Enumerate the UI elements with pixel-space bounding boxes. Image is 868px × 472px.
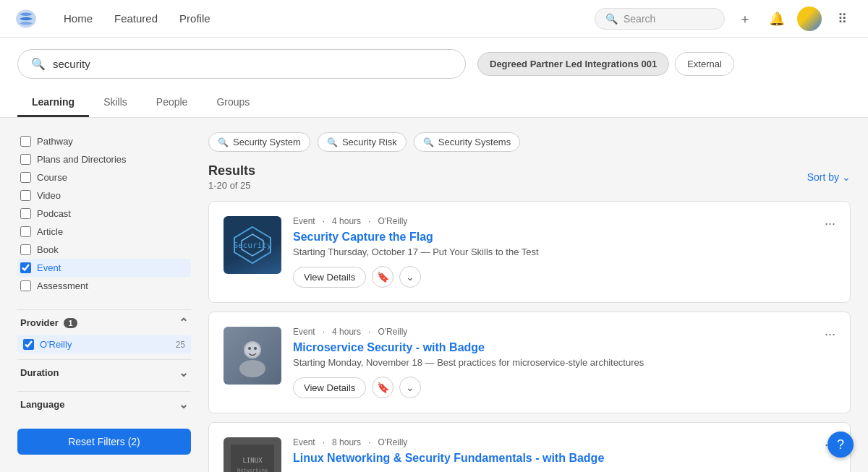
filter-podcast-label: Podcast bbox=[37, 208, 71, 219]
provider-section-header[interactable]: Provider 1 bbox=[17, 309, 191, 335]
search-input[interactable] bbox=[53, 58, 452, 70]
filter-pathway-label: Pathway bbox=[37, 136, 73, 147]
filter-pathway-checkbox[interactable] bbox=[20, 136, 31, 147]
bookmark-button-1[interactable]: 🔖 bbox=[372, 266, 393, 288]
sort-by-chevron-icon: ⌄ bbox=[842, 171, 851, 183]
filter-plans-label: Plans and Directories bbox=[37, 154, 127, 165]
tab-skills[interactable]: Skills bbox=[89, 89, 142, 117]
filter-event[interactable]: Event bbox=[17, 259, 191, 277]
duration-section-header[interactable]: Duration bbox=[17, 359, 191, 385]
tab-people[interactable]: People bbox=[142, 89, 203, 117]
filter-pathway[interactable]: Pathway bbox=[17, 132, 191, 150]
tag-search-icon-1: 🔍 bbox=[218, 137, 229, 147]
card-duration-3: 8 hours bbox=[332, 437, 361, 447]
top-navigation: Home Featured Profile 🔍 Search ＋ 🔔 ⠿ bbox=[0, 0, 868, 38]
notifications-button[interactable]: 🔔 bbox=[765, 7, 788, 30]
card-desc-1: Starting Thursday, October 17 — Put Your… bbox=[293, 246, 835, 257]
nav-featured[interactable]: Featured bbox=[106, 8, 166, 29]
provider-oreilly-checkbox[interactable] bbox=[23, 339, 34, 350]
help-button[interactable]: ? bbox=[827, 432, 854, 458]
add-button[interactable]: ＋ bbox=[733, 7, 757, 30]
filter-video[interactable]: Video bbox=[17, 186, 191, 205]
view-details-button-2[interactable]: View Details bbox=[293, 377, 366, 398]
tab-learning[interactable]: Learning bbox=[17, 89, 89, 117]
filter-video-label: Video bbox=[37, 190, 61, 201]
svg-text:Security: Security bbox=[234, 241, 272, 250]
source-tab-degreed[interactable]: Degreed Partner Led Integrations 001 bbox=[477, 52, 669, 76]
more-options-button-1[interactable]: ··· bbox=[822, 213, 838, 234]
nav-links: Home Featured Profile bbox=[55, 8, 595, 29]
search-icon: 🔍 bbox=[31, 57, 46, 71]
card-duration-dot-1: · bbox=[323, 216, 325, 226]
provider-oreilly-label: O'Reilly bbox=[40, 339, 72, 350]
filter-video-checkbox[interactable] bbox=[20, 190, 31, 201]
filter-course-checkbox[interactable] bbox=[20, 172, 31, 183]
suggested-tags: 🔍 Security System 🔍 Security Risk 🔍 Secu… bbox=[208, 132, 851, 152]
filter-assessment[interactable]: Assessment bbox=[17, 277, 191, 295]
tag-security-system[interactable]: 🔍 Security System bbox=[208, 132, 310, 152]
tag-security-systems[interactable]: 🔍 Security Systems bbox=[414, 132, 520, 152]
nav-home[interactable]: Home bbox=[55, 8, 101, 29]
filter-podcast[interactable]: Podcast bbox=[17, 205, 191, 223]
tag-security-risk[interactable]: 🔍 Security Risk bbox=[318, 132, 407, 152]
results-info: Results 1-20 of 25 bbox=[208, 163, 255, 191]
svg-point-8 bbox=[254, 347, 257, 350]
more-options-button-2[interactable]: ··· bbox=[822, 324, 838, 345]
card-thumbnail-2 bbox=[224, 327, 281, 385]
nav-profile[interactable]: Profile bbox=[171, 8, 219, 29]
filter-event-checkbox[interactable] bbox=[20, 262, 31, 273]
view-details-button-1[interactable]: View Details bbox=[293, 267, 366, 288]
filter-podcast-checkbox[interactable] bbox=[20, 208, 31, 219]
avatar[interactable] bbox=[797, 7, 822, 31]
svg-text:LINUX: LINUX bbox=[242, 457, 263, 464]
card-provider-dot-1: · bbox=[368, 216, 370, 226]
filter-plans[interactable]: Plans and Directories bbox=[17, 150, 191, 168]
tag-search-icon-3: 🔍 bbox=[423, 137, 434, 147]
tab-nav: Learning Skills People Groups bbox=[17, 89, 851, 117]
logo[interactable] bbox=[14, 9, 38, 29]
filter-book[interactable]: Book bbox=[17, 241, 191, 259]
card-duration-dot-2: · bbox=[323, 327, 325, 337]
tag-label-1: Security System bbox=[233, 137, 301, 147]
apps-button[interactable]: ⠿ bbox=[830, 7, 854, 30]
filter-article-label: Article bbox=[37, 226, 63, 237]
card-title-2[interactable]: Microservice Security - with Badge bbox=[293, 341, 835, 354]
dropdown-button-2[interactable]: ⌄ bbox=[399, 377, 421, 398]
dropdown-button-1[interactable]: ⌄ bbox=[399, 266, 421, 288]
sort-by-label: Sort by bbox=[807, 171, 839, 183]
tab-groups[interactable]: Groups bbox=[202, 89, 264, 117]
bookmark-button-2[interactable]: 🔖 bbox=[372, 377, 393, 398]
filter-assessment-label: Assessment bbox=[37, 280, 88, 291]
filter-book-checkbox[interactable] bbox=[20, 244, 31, 255]
source-tab-external[interactable]: External bbox=[675, 52, 734, 76]
filter-assessment-checkbox[interactable] bbox=[20, 280, 31, 291]
provider-oreilly-filter[interactable]: O'Reilly 25 bbox=[17, 335, 191, 353]
nav-right: 🔍 Search ＋ 🔔 ⠿ bbox=[595, 7, 854, 31]
card-meta-3: Event · 8 hours · O'Reilly bbox=[293, 437, 835, 447]
reset-filters-button[interactable]: Reset Filters (2) bbox=[17, 429, 191, 455]
card-body-2: Event · 4 hours · O'Reilly Microservice … bbox=[293, 327, 835, 398]
card-provider-1: O'Reilly bbox=[378, 216, 407, 226]
result-card-1: Security Event · 4 hours · O'Reilly Secu… bbox=[208, 201, 851, 303]
language-section-header[interactable]: Language bbox=[17, 391, 191, 417]
card-title-3[interactable]: Linux Networking & Security Fundamentals… bbox=[293, 452, 835, 465]
content-type-filters: Pathway Plans and Directories Course Vid… bbox=[17, 132, 191, 295]
search-box[interactable]: 🔍 bbox=[17, 49, 466, 79]
card-actions-2: View Details 🔖 ⌄ bbox=[293, 377, 835, 398]
filter-article[interactable]: Article bbox=[17, 223, 191, 241]
filter-book-label: Book bbox=[37, 244, 59, 255]
card-provider-dot-2: · bbox=[368, 327, 370, 337]
filter-plans-checkbox[interactable] bbox=[20, 154, 31, 165]
filter-course[interactable]: Course bbox=[17, 168, 191, 186]
nav-search-bar[interactable]: 🔍 Search bbox=[595, 8, 725, 30]
card-title-1[interactable]: Security Capture the Flag bbox=[293, 231, 835, 244]
card-actions-1: View Details 🔖 ⌄ bbox=[293, 266, 835, 288]
card-type-2: Event bbox=[293, 327, 315, 337]
sort-by-button[interactable]: Sort by ⌄ bbox=[807, 171, 851, 183]
person-avatar-svg bbox=[231, 334, 274, 377]
filter-course-label: Course bbox=[37, 172, 67, 183]
provider-count-badge: 1 bbox=[64, 318, 77, 328]
filter-article-checkbox[interactable] bbox=[20, 226, 31, 237]
svg-point-5 bbox=[239, 360, 265, 377]
svg-text:Networking: Networking bbox=[237, 468, 268, 472]
